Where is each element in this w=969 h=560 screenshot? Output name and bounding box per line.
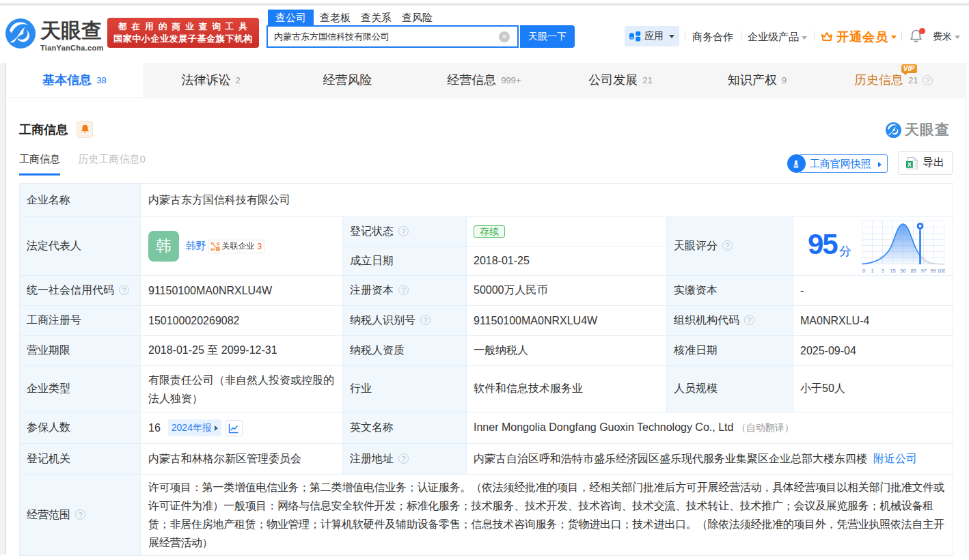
svg-text:99: 99 xyxy=(931,268,936,274)
company-name: 内蒙古东方国信科技有限公司 xyxy=(141,184,953,217)
help-icon[interactable]: ? xyxy=(398,285,409,295)
paid-capital: - xyxy=(793,276,953,306)
help-icon[interactable]: ? xyxy=(420,315,431,325)
notification-dot xyxy=(919,28,925,34)
field-label: 法定代表人 xyxy=(20,217,141,276)
nearby-companies-link[interactable]: 附近公司 xyxy=(873,453,917,464)
field-label: 统一社会信用代码? xyxy=(20,276,141,306)
nav-tab-count: 21 xyxy=(642,75,652,85)
help-icon[interactable]: ? xyxy=(119,285,129,295)
subtab-business-info[interactable]: 工商信息 xyxy=(19,153,60,176)
user-menu[interactable]: 费米 xyxy=(933,31,960,43)
tianyancha-page: 天眼查 TianYanCha.com 都在用的商业查询工具 国家中小企业发展子基… xyxy=(0,0,969,560)
taxpayer-quality: 一般纳税人 xyxy=(467,336,667,366)
field-label: 注册地址? xyxy=(343,444,467,475)
svg-text:15: 15 xyxy=(890,268,896,274)
annual-report-arrow-icon xyxy=(215,425,218,431)
enterprise-menu[interactable]: 企业级产品 xyxy=(748,31,807,44)
insured-count: 16 xyxy=(148,422,161,434)
notifications-bell[interactable] xyxy=(910,29,923,43)
vip-menu[interactable]: 开通会员 xyxy=(821,29,897,45)
score-value[interactable]: 95 xyxy=(808,234,837,255)
stamp-icon xyxy=(787,154,806,173)
nav-tab-1[interactable]: 基本信息38 xyxy=(6,63,143,97)
reg-status-cell: 存续 xyxy=(467,217,667,247)
help-icon[interactable]: ? xyxy=(398,453,409,464)
tianyancha-watermark: 天眼查 xyxy=(886,120,950,139)
field-label: 核准日期 xyxy=(667,336,793,366)
help-icon[interactable]: ? xyxy=(722,240,733,251)
score-distribution-chart[interactable]: 0131550859799100 xyxy=(862,221,945,275)
help-icon[interactable]: ? xyxy=(398,226,409,236)
apps-label: 应用 xyxy=(644,30,664,42)
insured-cell: 16 2024年报 xyxy=(141,412,343,444)
field-label: 成立日期 xyxy=(343,247,467,276)
divider xyxy=(741,31,741,41)
nav-tab-4[interactable]: 经营信息999+ xyxy=(415,63,552,97)
annual-report-badge[interactable]: 2024年报 xyxy=(168,419,221,436)
nav-tab-count: 21 xyxy=(908,75,918,85)
svg-text:3: 3 xyxy=(882,268,884,274)
related-companies-badge[interactable]: 企 关联企业 3 xyxy=(208,240,265,253)
english-name-cell: Inner Mongolia Dongfang Guoxin Technolog… xyxy=(467,412,953,444)
nav-tab-label: 经营风险 xyxy=(323,72,372,88)
nav-tab-3[interactable]: 经营风险 xyxy=(279,63,416,97)
nav-tab-2[interactable]: 法律诉讼2 xyxy=(143,63,279,97)
divider xyxy=(815,31,815,41)
svg-text:100: 100 xyxy=(938,268,945,274)
reg-capital: 50000万人民币 xyxy=(467,276,667,306)
field-label: 组织机构代码? xyxy=(667,306,793,336)
apps-menu[interactable]: 应用 xyxy=(625,26,679,46)
crown-icon xyxy=(821,31,833,42)
reg-number: 150100020269082 xyxy=(141,306,343,336)
svg-text:97: 97 xyxy=(921,268,927,274)
divider xyxy=(901,31,902,41)
status-badge: 存续 xyxy=(474,225,505,238)
export-button[interactable]: 导出 xyxy=(898,151,953,175)
subscribe-bell[interactable] xyxy=(77,121,93,138)
credit-code: 91150100MA0NRXLU4W xyxy=(141,276,343,306)
top-divider xyxy=(0,3,969,5)
divider xyxy=(685,31,685,41)
legal-rep-cell: 韩 韩野 企 关联企业 3 xyxy=(141,217,343,276)
nav-tab-count: 999+ xyxy=(501,75,521,85)
svg-text:0: 0 xyxy=(862,268,865,274)
trend-chart-icon xyxy=(228,423,239,434)
field-label: 纳税人资质 xyxy=(343,336,467,366)
field-label: 参保人数 xyxy=(20,412,141,444)
taxpayer-id: 91150100MA0NRXLU4W xyxy=(467,306,667,336)
nav-tab-label: 法律诉讼 xyxy=(182,72,231,88)
score-cell: 95 分 xyxy=(793,217,953,276)
cooperation-link[interactable]: 商务合作 xyxy=(692,31,733,44)
subtab-history-info[interactable]: 历史工商信息0 xyxy=(78,153,145,173)
help-icon[interactable]: ? xyxy=(923,75,933,85)
nav-tab-7[interactable]: VIP历史信息21? xyxy=(825,63,962,97)
field-label: 企业类型 xyxy=(20,366,141,412)
header-menu: 应用 商务合作 企业级产品 开通会员 xyxy=(0,0,969,63)
org-code: MA0NRXLU-4 xyxy=(793,306,953,336)
vip-caret-icon xyxy=(891,36,897,39)
field-label: 登记机关 xyxy=(20,444,141,475)
insured-trend-button[interactable] xyxy=(226,420,243,436)
staff-size: 小于50人 xyxy=(793,366,953,412)
nav-tab-6[interactable]: 知识产权9 xyxy=(689,63,825,97)
field-label: 天眼评分? xyxy=(667,217,793,276)
nav-tab-count: 38 xyxy=(96,75,106,85)
official-snapshot-button[interactable]: 工商官网快照 xyxy=(799,154,888,173)
field-label: 工商注册号 xyxy=(20,306,141,336)
nav-tab-label: 公司发展 xyxy=(588,72,638,88)
nav-tab-label: 基本信息 xyxy=(42,72,92,88)
nav-tab-label: 经营信息 xyxy=(447,72,496,88)
left-gutter xyxy=(0,63,6,555)
legal-rep-avatar[interactable]: 韩 xyxy=(148,231,179,262)
vip-badge: VIP xyxy=(901,64,917,73)
chart-tick-labels: 0131550859799100 xyxy=(862,268,945,274)
authority: 内蒙古和林格尔新区管理委员会 xyxy=(141,444,343,475)
field-label: 行业 xyxy=(343,366,467,412)
main-nav: 基本信息38法律诉讼2经营风险经营信息999+公司发展21知识产权9VIP历史信… xyxy=(6,63,965,98)
user-caret-icon xyxy=(955,36,960,39)
help-icon[interactable]: ? xyxy=(744,315,754,325)
nav-tab-5[interactable]: 公司发展21 xyxy=(552,63,689,97)
legal-rep-link[interactable]: 韩野 xyxy=(186,240,206,253)
help-icon[interactable]: ? xyxy=(75,509,85,520)
